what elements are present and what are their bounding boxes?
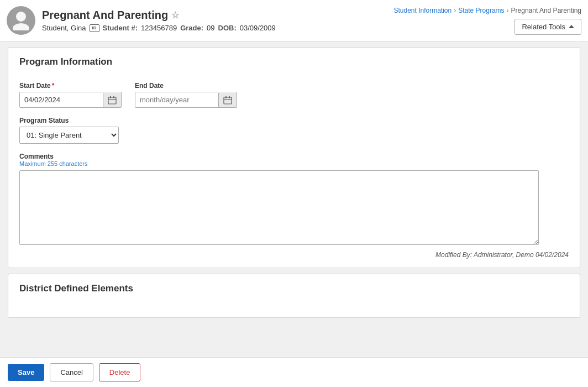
student-info-bar: Student, Gina ID Student #: 123456789 Gr… [42,24,276,32]
program-information-title: Program Information [19,56,569,73]
student-id-card-icon: ID [90,24,99,32]
header: Pregnant And Parenting ☆ Student, Gina I… [0,0,588,41]
start-date-label: Start Date* [19,82,122,90]
header-right: Student Information › State Programs › P… [393,7,581,35]
save-button[interactable]: Save [8,364,44,381]
avatar-icon [12,11,30,30]
end-date-input[interactable] [135,92,218,107]
related-tools-label: Related Tools [522,23,565,31]
required-star: * [52,82,55,90]
cancel-button[interactable]: Cancel [50,363,93,381]
student-name: Student, Gina [42,24,86,32]
program-status-select[interactable]: 01: Single Parent 02: Pregnant 03: Paren… [19,127,119,144]
svg-rect-2 [108,97,116,104]
program-information-card: Program Information Start Date* [8,47,580,268]
chevron-up-icon [569,25,574,28]
start-date-calendar-button[interactable] [103,93,121,107]
comments-hint: Maximum 255 characters [19,160,569,167]
header-left: Pregnant And Parenting ☆ Student, Gina I… [7,6,276,35]
student-number: 123456789 [141,24,177,32]
breadcrumb-state-programs[interactable]: State Programs [458,7,504,14]
dob-label: DOB: [218,24,237,32]
svg-point-0 [16,12,26,22]
end-date-label: End Date [135,82,237,90]
page-title: Pregnant And Parenting ☆ [42,9,276,22]
start-date-field: Start Date* [19,82,122,108]
breadcrumb-sep-2: › [507,7,509,14]
related-tools-button[interactable]: Related Tools [514,19,581,35]
footer: Save Cancel Delete [0,357,588,387]
modified-by: Modified By: Administrator, Demo 04/02/2… [19,251,569,259]
comments-section: Comments Maximum 255 characters [19,153,569,247]
date-fields-row: Start Date* End Date [19,82,569,108]
student-number-label: Student #: [103,24,138,32]
breadcrumb-current: Pregnant And Parenting [511,7,581,14]
svg-point-1 [13,23,29,30]
comments-label: Comments [19,153,569,160]
program-status-label: Program Status [19,117,569,124]
grade-label: Grade: [180,24,203,32]
avatar [7,6,35,35]
breadcrumb-student-info[interactable]: Student Information [393,7,452,14]
end-date-input-wrapper [135,92,237,108]
comments-textarea[interactable] [19,170,539,245]
calendar-icon [223,96,232,104]
calendar-icon [108,96,117,104]
breadcrumb-sep-1: › [454,7,456,14]
district-defined-elements-title: District Defined Elements [19,283,569,300]
start-date-input-wrapper [19,92,122,108]
svg-rect-6 [224,97,232,104]
dob-value: 03/09/2009 [240,24,276,32]
main-content: Program Information Start Date* [0,41,588,357]
end-date-calendar-button[interactable] [218,93,237,107]
program-status-field: Program Status 01: Single Parent 02: Pre… [19,117,569,144]
end-date-field: End Date [135,82,237,108]
page-title-text: Pregnant And Parenting [42,9,168,22]
start-date-input[interactable] [20,92,103,107]
delete-button[interactable]: Delete [99,363,141,381]
district-defined-elements-card: District Defined Elements [8,274,580,318]
favorite-icon[interactable]: ☆ [171,10,179,20]
breadcrumb: Student Information › State Programs › P… [393,7,581,14]
grade-value: 09 [207,24,214,32]
header-info: Pregnant And Parenting ☆ Student, Gina I… [42,9,276,32]
